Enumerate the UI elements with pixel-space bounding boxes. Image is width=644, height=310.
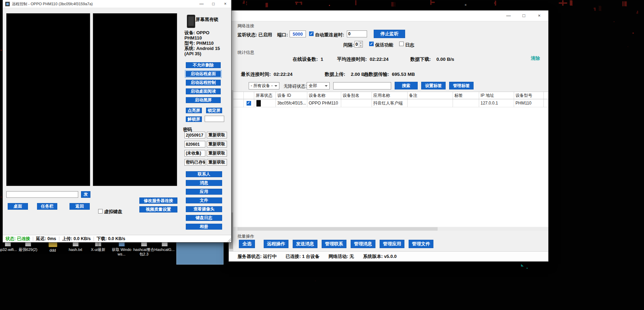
search-button[interactable]: 搜索 (395, 82, 418, 89)
album-button[interactable]: 相册 (186, 224, 222, 230)
stat-avg-connect-time: 平均连接时间:02:22:24 (337, 56, 389, 63)
selection-rectangle (176, 240, 224, 265)
manage-apps-button[interactable]: 管理应用 (380, 240, 404, 248)
upload-rate: 上传: 0.0 KB/s (62, 236, 91, 242)
col-tag[interactable]: 标签 (453, 92, 479, 99)
lock-screen-button[interactable]: 锁定屏 (206, 108, 222, 113)
start-black-screen-button[interactable]: 启动黑屏 (186, 97, 221, 103)
unlock-code-input[interactable] (205, 116, 224, 122)
no-delete-button[interactable]: 不允许删除 (186, 62, 221, 68)
system-info: 系统: Android 15 (API 35) (184, 46, 228, 56)
stat-max-connect-time: 最长连接时间:02:22:24 (241, 71, 293, 78)
keepalive-label: 保活功能 (375, 42, 393, 48)
messages-button[interactable]: 消息 (186, 180, 222, 186)
stop-listen-button[interactable]: 停止监听 (374, 30, 405, 38)
row-checkbox[interactable] (247, 101, 251, 106)
auto-reconnect-label: 自动重连 (315, 32, 333, 38)
manage-messages-button[interactable]: 管理消息 (351, 240, 375, 248)
log-checkbox[interactable] (399, 42, 404, 46)
col-device-alias[interactable]: 设备别名 (341, 92, 372, 99)
col-app-name[interactable]: 应用名称 (372, 92, 408, 99)
clear-stats-link[interactable]: 清除 (531, 55, 540, 62)
select-all-button[interactable]: 全选 (239, 240, 255, 248)
light-screen-button[interactable]: 点亮屏 (186, 108, 202, 113)
close-icon[interactable]: × (219, 0, 231, 8)
resize-grip[interactable] (227, 238, 231, 242)
stepper-arrows[interactable]: ▲▼ (359, 41, 363, 47)
manage-files-button[interactable]: 管理文件 (409, 240, 433, 248)
timeout-input[interactable]: 0 (347, 30, 367, 37)
minimize-icon[interactable]: — (196, 0, 207, 8)
start-remote-desktop-button[interactable]: 启动远程桌面 (186, 71, 221, 77)
apps-button[interactable]: 应用 (186, 189, 222, 195)
search-input[interactable] (333, 82, 391, 89)
virtual-keyboard-checkbox[interactable] (98, 209, 103, 214)
horizontal-scrollbar[interactable] (233, 227, 548, 231)
files-button[interactable]: 文件 (186, 197, 222, 203)
password-value-3[interactable]: (未收集) (184, 150, 205, 157)
col-remark[interactable]: 备注 (408, 92, 453, 99)
hscroll-thumb[interactable] (237, 227, 438, 231)
stepper-up-icon[interactable]: ▲ (359, 41, 363, 44)
col-device-name[interactable]: 设备名称 (307, 92, 341, 99)
desktop-button[interactable]: 桌面 (8, 203, 28, 210)
table-row[interactable]: 3bc05fc4f315... OPPO PHM110 抖音红人客户端 127.… (233, 99, 548, 107)
cell-app-name: 抖音红人客户端 (372, 99, 408, 107)
accessibility-label: 无障碍状态: (284, 84, 307, 89)
view-camera-button[interactable]: 查看摄像头 (186, 206, 222, 212)
password-value-4[interactable]: 密码已存储 (184, 159, 205, 166)
message-input[interactable] (6, 191, 78, 198)
batch-group-label: 批量操作 (237, 233, 254, 239)
cell-device-name: OPPO PHM110 (307, 99, 341, 107)
remote-operate-button[interactable]: 远程操作 (264, 240, 288, 248)
accessibility-dropdown[interactable]: 全部 (307, 82, 330, 89)
manage-contacts-button[interactable]: 管理联系 (322, 240, 346, 248)
start-desktop-read-button[interactable]: 启动桌面阅读 (186, 88, 221, 94)
maximize-icon[interactable]: □ (207, 0, 219, 8)
unlock-screen-button[interactable]: 解锁屏 (186, 116, 202, 122)
col-screen-status[interactable]: 屏幕状态 (254, 92, 276, 99)
col-model[interactable]: 设备型号 (514, 92, 544, 99)
server-window: — □ × 网络连接 监听状态: 已启用 端口: 5000 自动重连 超时: 0… (229, 10, 548, 261)
stepper-down-icon[interactable]: ▼ (359, 44, 363, 48)
refetch-password-1-button[interactable]: 重新获取 (207, 132, 227, 138)
remote-screen-left[interactable] (6, 13, 90, 186)
keylog-button[interactable]: 键盘日志 (186, 215, 222, 221)
refetch-password-3-button[interactable]: 重新获取 (207, 150, 227, 157)
log-label: 日志 (405, 42, 414, 48)
interval-stepper[interactable]: 0 ▲▼ (354, 41, 363, 48)
send-button[interactable]: 发 (81, 191, 90, 198)
port-input[interactable]: 5000 (290, 30, 306, 37)
remote-titlebar[interactable]: 远程控制 - OPPO PHM110 (3bc05fc4f3159a7a) — … (3, 0, 231, 8)
start-remote-control-button[interactable]: 启动远程控制 (186, 80, 221, 86)
stat-total-transfer: 总数据传输:695.53 MB (364, 71, 415, 78)
set-tag-button[interactable]: 设置标签 (421, 82, 446, 89)
device-thumbnail-icon (187, 15, 195, 28)
remote-control-window: 远程控制 - OPPO PHM110 (3bc05fc4f3159a7a) — … (3, 0, 231, 242)
window-title: 远程控制 - OPPO PHM110 (3bc05fc4f3159a7a) (12, 1, 93, 7)
device-filter-dropdown[interactable]: - 所有设备 - (249, 82, 279, 89)
cell-tag (453, 99, 479, 107)
stat-online-devices: 在线设备数:1 (293, 56, 323, 63)
refetch-password-2-button[interactable]: 重新获取 (207, 141, 227, 147)
manage-tag-button[interactable]: 管理标签 (449, 82, 474, 89)
contacts-button[interactable]: 联系人 (186, 171, 222, 177)
password-value-1[interactable]: 2|050917 (184, 132, 205, 138)
keepalive-checkbox[interactable] (369, 42, 374, 46)
password-value-2[interactable]: 820601 (184, 141, 205, 147)
video-quality-button[interactable]: 视频质量设置 (139, 206, 177, 212)
stats-group-label: 统计信息 (237, 50, 254, 56)
screen-lock-status: 屏幕黑有锁 (196, 16, 218, 23)
cell-model: PHM110 (514, 99, 544, 107)
col-ip[interactable]: IP 地址 (479, 92, 514, 99)
auto-reconnect-checkbox[interactable] (309, 31, 314, 36)
col-device-id[interactable]: 设备 ID (276, 92, 307, 99)
edit-server-connection-button[interactable]: 修改服务器连接 (139, 197, 177, 204)
virtual-keyboard-label: 虚拟键盘 (104, 209, 122, 215)
refetch-password-4-button[interactable]: 重新获取 (207, 159, 227, 166)
remote-screen-right[interactable] (93, 13, 177, 186)
back-button[interactable]: 返回 (69, 203, 90, 210)
send-message-button[interactable]: 发送消息 (293, 240, 317, 248)
taskbar-button[interactable]: 任务栏 (37, 203, 57, 210)
phone-screen-icon (256, 100, 261, 107)
